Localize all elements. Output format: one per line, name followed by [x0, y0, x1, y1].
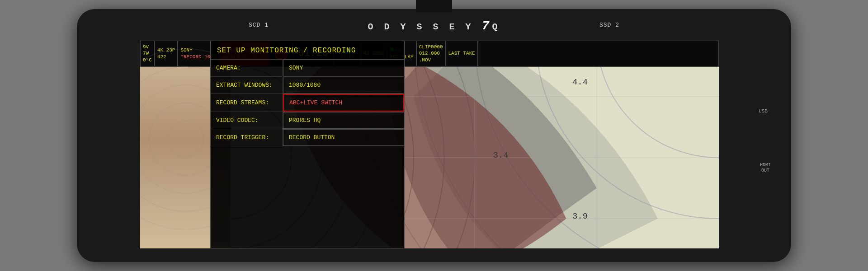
record-streams-label: RECORD STREAMS:: [211, 94, 283, 112]
model-number: 7: [482, 19, 492, 33]
record-trigger-value[interactable]: RECORD BUTTON: [283, 129, 404, 146]
camera-value[interactable]: SONY: [283, 60, 404, 76]
menu-row-record-streams[interactable]: RECORD STREAMS: ABC+LIVE SWITCH: [211, 94, 404, 112]
menu-panel: SET UP MONITORING / RECORDING CAMERA: SO…: [210, 41, 405, 248]
menu-row-video-codec[interactable]: VIDEO CODEC: PRORES HQ: [211, 112, 404, 129]
menu-title: SET UP MONITORING / RECORDING: [211, 41, 404, 60]
clip-name-cell: CLIP0000 012_000 .MOV: [416, 41, 446, 66]
record-trigger-label: RECORD TRIGGER:: [211, 129, 283, 146]
top-mount-accessory: [416, 0, 452, 12]
svg-text:4.4: 4.4: [572, 77, 588, 87]
menu-row-camera[interactable]: CAMERA: SONY: [211, 60, 404, 77]
ssd2-label: SSD 2: [599, 22, 619, 28]
last-take-cell: LAST TAKE: [446, 41, 478, 66]
record-streams-value[interactable]: ABC+LIVE SWITCH: [283, 94, 404, 112]
svg-text:3.9: 3.9: [572, 211, 588, 221]
extra-status-cell: [478, 41, 719, 66]
device-body: SCD 1 SSD 2 O D Y S S E Y 7Q USB HDMIOUT…: [77, 9, 791, 262]
usb-port-label: USB: [759, 108, 768, 114]
svg-point-0: [167, 121, 203, 157]
extract-windows-value[interactable]: 1080/1080: [283, 77, 404, 93]
hdmi-port-label: HDMIOUT: [760, 163, 771, 173]
ssd1-label: SCD 1: [249, 22, 269, 28]
menu-row-record-trigger[interactable]: RECORD TRIGGER: RECORD BUTTON: [211, 129, 404, 146]
main-content-area: SET UP MONITORING / RECORDING CAMERA: SO…: [140, 67, 719, 248]
brand-logo: O D Y S S E Y 7Q: [368, 19, 500, 33]
svg-text:3.4: 3.4: [493, 150, 509, 160]
main-screen: 9V 7W 0°C 4K 23P 422 SONY *RECORD 1080 4…: [140, 41, 719, 248]
menu-row-extract[interactable]: EXTRACT WINDOWS: 1080/1080: [211, 77, 404, 94]
camera-label: CAMERA:: [211, 60, 283, 76]
video-codec-value[interactable]: PRORES HQ: [283, 112, 404, 129]
extract-windows-label: EXTRACT WINDOWS:: [211, 77, 283, 93]
video-codec-label: VIDEO CODEC:: [211, 112, 283, 129]
